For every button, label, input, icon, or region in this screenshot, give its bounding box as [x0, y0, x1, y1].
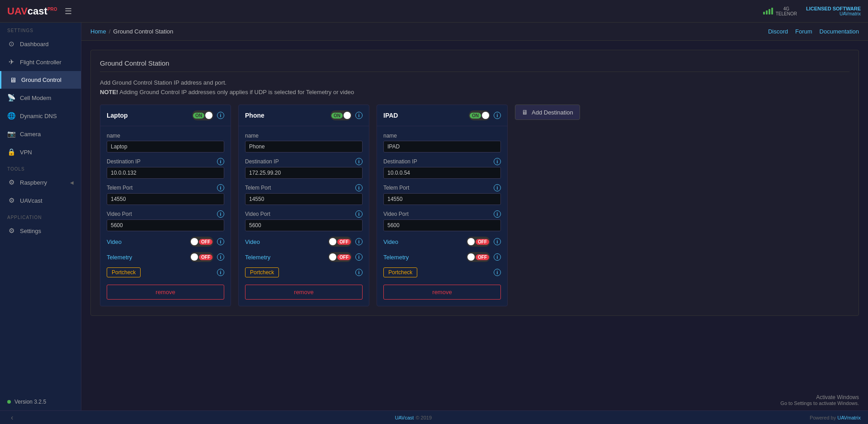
laptop-video-toggle-circle	[191, 238, 198, 245]
ipad-video-toggle[interactable]: OFF	[467, 237, 490, 247]
breadcrumb-home[interactable]: Home	[90, 28, 106, 35]
sidebar-dashboard-label: Dashboard	[20, 41, 49, 48]
laptop-portcheck-button[interactable]: Portcheck	[107, 267, 141, 277]
footer-brand: UAVcast © 2019	[395, 415, 432, 420]
ipad-telemetry-right: OFF i	[467, 252, 501, 262]
phone-name-input[interactable]	[245, 141, 363, 152]
laptop-telem-input[interactable]	[107, 193, 224, 205]
app-logo: UAVcastPRO	[7, 5, 57, 17]
laptop-telemetry-info-icon[interactable]: i	[217, 253, 224, 261]
ipad-toggle[interactable]: ON	[469, 110, 490, 120]
ipad-portcheck-row: Portcheck i	[383, 267, 501, 277]
phone-toggle[interactable]: ON	[330, 110, 352, 120]
laptop-header-info-icon[interactable]: i	[217, 112, 224, 119]
ipad-telemetry-toggle-label: OFF	[476, 254, 489, 260]
phone-header-info-icon[interactable]: i	[355, 112, 363, 119]
ipad-portcheck-button[interactable]: Portcheck	[383, 267, 417, 277]
phone-video-label: Video	[245, 238, 260, 245]
licensed-area: LICENSED SOFTWARE UAVmatrix	[806, 6, 861, 16]
ipad-destip-input[interactable]	[383, 167, 501, 179]
laptop-destip-input[interactable]	[107, 167, 224, 179]
network-label: 4GTELENOR	[776, 6, 797, 16]
sidebar-item-cell-modem[interactable]: 📡 Cell Modem	[0, 89, 81, 107]
forum-link[interactable]: Forum	[795, 28, 812, 35]
sidebar-item-camera[interactable]: 📷 Camera	[0, 125, 81, 143]
phone-videoport-input[interactable]	[245, 219, 363, 231]
ipad-videoport-info-icon[interactable]: i	[494, 210, 501, 218]
sidebar-item-settings[interactable]: ⚙ Settings	[0, 222, 81, 240]
ipad-telemetry-info-icon[interactable]: i	[494, 253, 501, 261]
signal-area: 4GTELENOR	[763, 6, 797, 16]
phone-portcheck-button[interactable]: Portcheck	[245, 267, 279, 277]
ipad-title: IPAD	[383, 112, 398, 119]
laptop-portcheck-info-icon[interactable]: i	[217, 269, 224, 276]
ipad-telemetry-toggle[interactable]: OFF	[467, 252, 490, 262]
laptop-telem-info-icon[interactable]: i	[217, 184, 224, 191]
footer: ‹ UAVcast © 2019 Powered by UAVmatrix	[0, 410, 868, 424]
laptop-video-toggle[interactable]: OFF	[190, 237, 213, 247]
footer-back-arrow[interactable]: ‹	[7, 414, 17, 422]
phone-telemetry-toggle[interactable]: OFF	[328, 252, 352, 262]
phone-videoport-info-icon[interactable]: i	[355, 210, 363, 218]
sidebar-item-vpn[interactable]: 🔒 VPN	[0, 143, 81, 161]
ipad-telemetry-toggle-circle	[467, 253, 475, 261]
sidebar-item-uavcast[interactable]: ⚙ UAVcast	[0, 191, 81, 210]
ipad-header-info-icon[interactable]: i	[494, 112, 501, 119]
ipad-destip-info-icon[interactable]: i	[494, 158, 501, 165]
phone-telem-input[interactable]	[245, 193, 363, 205]
laptop-videoport-input[interactable]	[107, 219, 224, 231]
sidebar-uavcast-label: UAVcast	[20, 197, 42, 204]
laptop-telem-label: Telem Port i	[107, 184, 224, 191]
sidebar-item-dashboard[interactable]: ⊙ Dashboard	[0, 35, 81, 53]
phone-video-row: Video OFF i	[245, 237, 363, 247]
phone-video-right: OFF i	[328, 237, 363, 247]
phone-telemetry-info-icon[interactable]: i	[355, 253, 363, 261]
hamburger-menu[interactable]: ☰	[65, 6, 72, 16]
phone-destip-info-icon[interactable]: i	[355, 158, 363, 165]
ipad-telem-input[interactable]	[383, 193, 501, 205]
laptop-remove-button[interactable]: remove	[107, 285, 224, 300]
laptop-name-input[interactable]	[107, 141, 224, 152]
ipad-name-input[interactable]	[383, 141, 501, 152]
laptop-destip-info-icon[interactable]: i	[217, 158, 224, 165]
sidebar-item-raspberry[interactable]: ⚙ Raspberry ◀	[0, 173, 81, 191]
laptop-header: Laptop ON i	[100, 105, 231, 126]
laptop-name-field: name	[107, 133, 224, 152]
ipad-telem-info-icon[interactable]: i	[494, 184, 501, 191]
destinations-area: Laptop ON i name	[100, 105, 849, 306]
logo-uav: UAV	[7, 5, 28, 17]
breadcrumb-bar: Home / Ground Control Station Discord Fo…	[81, 23, 868, 41]
add-destination-button[interactable]: 🖥 Add Destination	[515, 105, 580, 120]
sidebar-raspberry-label: Raspberry	[20, 179, 47, 186]
documentation-link[interactable]: Documentation	[820, 28, 859, 35]
discord-link[interactable]: Discord	[768, 28, 788, 35]
laptop-telemetry-toggle[interactable]: OFF	[190, 252, 213, 262]
laptop-videoport-info-icon[interactable]: i	[217, 210, 224, 218]
footer-powered: Powered by UAVmatrix	[810, 415, 861, 420]
ipad-videoport-input[interactable]	[383, 219, 501, 231]
sidebar-item-ground-control[interactable]: 🖥 Ground Control	[0, 71, 81, 89]
version-dot	[7, 400, 11, 404]
ipad-video-info-icon[interactable]: i	[494, 238, 501, 245]
signal-bar-3	[769, 9, 770, 14]
phone-video-info-icon[interactable]: i	[355, 238, 363, 245]
ipad-remove-button[interactable]: remove	[383, 285, 501, 300]
phone-portcheck-info-icon[interactable]: i	[355, 269, 363, 276]
phone-name-label: name	[245, 133, 363, 139]
laptop-portcheck-row: Portcheck i	[107, 267, 224, 277]
phone-video-toggle[interactable]: OFF	[328, 237, 352, 247]
laptop-toggle[interactable]: ON	[192, 110, 213, 120]
settings-icon: ⚙	[7, 227, 15, 235]
sidebar-item-dynamic-dns[interactable]: 🌐 Dynamic DNS	[0, 107, 81, 125]
sidebar-settings-label: Settings	[20, 228, 41, 234]
phone-telemetry-toggle-label: OFF	[337, 254, 351, 260]
phone-remove-button[interactable]: remove	[245, 285, 363, 300]
add-destination-label: Add Destination	[532, 109, 573, 116]
ipad-portcheck-info-icon[interactable]: i	[494, 269, 501, 276]
phone-telem-info-icon[interactable]: i	[355, 184, 363, 191]
phone-destip-input[interactable]	[245, 167, 363, 179]
laptop-video-info-icon[interactable]: i	[217, 238, 224, 245]
phone-video-toggle-label: OFF	[337, 239, 351, 245]
laptop-telemetry-label: Telemetry	[107, 254, 132, 261]
sidebar-item-flight-controller[interactable]: ✈ Flight Controller	[0, 53, 81, 71]
